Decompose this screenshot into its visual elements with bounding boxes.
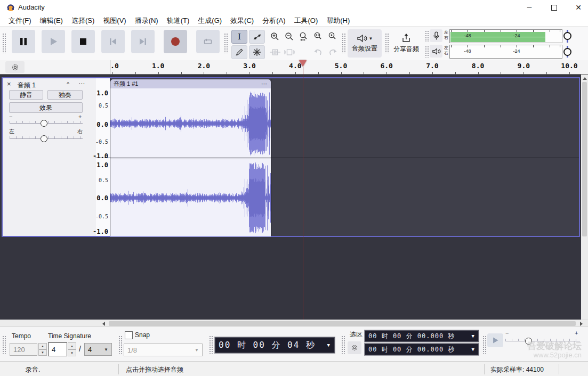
clip-menu-icon[interactable]: ⋯ <box>261 80 268 87</box>
setup-grip[interactable] <box>342 33 346 53</box>
menu-file[interactable]: 文件(F) <box>4 15 36 27</box>
record-meter[interactable]: -48 -24 <box>449 29 562 43</box>
speed-grip[interactable] <box>482 336 487 354</box>
track-close-icon[interactable]: × <box>7 80 11 88</box>
dropdown-arrow-icon: ▼ <box>472 333 475 339</box>
menu-select[interactable]: 选择(S) <box>67 15 99 27</box>
scroll-up-icon[interactable] <box>583 77 587 80</box>
mute-button[interactable]: 静音 <box>9 90 43 100</box>
transport-grip[interactable] <box>2 33 6 53</box>
track-area[interactable]: × 音频 1 ^ ⋯ 静音 独奏 效果 − + 左 右 <box>0 75 588 320</box>
redo-button[interactable] <box>326 45 340 59</box>
play-button[interactable] <box>42 30 65 53</box>
zoom-selection-button[interactable] <box>297 30 311 44</box>
solo-button[interactable]: 独奏 <box>47 90 83 100</box>
selection-start-display[interactable]: 00 时 00 分 00.000 秒 ▼ <box>365 330 479 342</box>
vscroll-thumb[interactable] <box>582 82 587 236</box>
undo-icon <box>313 48 323 56</box>
audio-setup-button[interactable]: ▼ 音频设置 <box>348 29 382 58</box>
snap-to-select[interactable]: 1/8 ▼ <box>124 344 203 356</box>
draw-tool-button[interactable] <box>231 45 247 59</box>
menu-edit[interactable]: 编辑(E) <box>36 15 67 27</box>
skip-to-start-button[interactable] <box>101 30 125 53</box>
share-audio-button[interactable]: 分享音频 <box>389 29 423 58</box>
share-grip[interactable] <box>385 33 389 53</box>
clip-header[interactable]: 音频 1 #1 ⋯ <box>110 79 271 88</box>
record-meter-grip[interactable] <box>425 30 429 42</box>
fit-project-button[interactable] <box>311 30 325 44</box>
maximize-icon <box>551 5 557 11</box>
hscroll-thumb[interactable] <box>109 321 576 326</box>
menu-analyze[interactable]: 分析(A) <box>258 15 289 27</box>
selection-options-button[interactable] <box>348 341 361 354</box>
timeline-options-button[interactable] <box>5 61 25 73</box>
silence-audio-button[interactable] <box>283 45 296 59</box>
record-button[interactable] <box>164 30 187 53</box>
time-sig-denominator-select[interactable]: 4 ▼ <box>84 343 112 356</box>
pan-slider-knob[interactable] <box>41 135 47 142</box>
maximize-button[interactable] <box>544 0 563 15</box>
horizontal-scrollbar[interactable] <box>0 320 588 326</box>
menu-tools[interactable]: 工具(O) <box>289 15 322 27</box>
pause-button[interactable] <box>12 30 35 53</box>
zoom-toggle-button[interactable] <box>326 30 340 44</box>
menu-view[interactable]: 视图(V) <box>99 15 130 27</box>
timeline-ruler[interactable]: 0.01.02.03.04.05.06.07.08.09.010.0 <box>110 60 588 75</box>
playback-volume-knob[interactable] <box>563 48 571 56</box>
snap-checkbox[interactable] <box>125 331 133 339</box>
ts-down-button[interactable]: ▼ <box>68 349 76 356</box>
tools-grip[interactable] <box>224 33 228 53</box>
minimize-button[interactable]: ─ <box>520 0 539 15</box>
playback-meter[interactable]: -48 -24 <box>449 45 562 59</box>
track-menu-icon[interactable]: ⋯ <box>78 80 85 87</box>
time-grip[interactable] <box>209 336 213 354</box>
playback-meter-speaker-button[interactable] <box>430 45 442 58</box>
redo-icon <box>328 48 337 56</box>
ruler-label: 8.0 <box>472 62 484 70</box>
play-at-speed-button[interactable] <box>487 333 503 347</box>
menu-generate[interactable]: 生成(G) <box>194 15 226 27</box>
stop-button[interactable] <box>71 30 95 53</box>
track-name[interactable]: 音频 1 <box>18 81 36 90</box>
skip-to-end-button[interactable] <box>131 30 155 53</box>
multi-tool-button[interactable] <box>249 45 265 59</box>
vertical-scale-ruler[interactable]: 1.00.50.0-0.5-1.01.00.50.0-0.5-1.0 <box>96 78 110 236</box>
watermark: 吾爱破解论坛 www.52pojie.cn <box>527 341 582 359</box>
snap-grip[interactable] <box>118 336 123 354</box>
zoom-in-button[interactable] <box>268 30 282 44</box>
audio-track[interactable]: × 音频 1 ^ ⋯ 静音 独奏 效果 − + 左 右 <box>2 77 580 237</box>
gain-slider-knob[interactable] <box>41 120 47 127</box>
tempo-down-button[interactable]: ▼ <box>38 349 47 356</box>
track-collapse-icon[interactable]: ^ <box>67 81 69 87</box>
envelope-tool-button[interactable] <box>249 30 265 44</box>
selection-grip[interactable] <box>341 336 345 354</box>
playhead-marker[interactable] <box>299 60 307 67</box>
record-meter-mic-button[interactable] <box>430 29 442 42</box>
undo-button[interactable] <box>311 45 325 59</box>
selection-tool-button[interactable]: I <box>231 30 247 44</box>
scroll-right-icon[interactable] <box>580 322 583 326</box>
selection-end-display[interactable]: 00 时 00 分 00.000 秒 ▼ <box>365 344 479 355</box>
snap-label: Snap <box>135 331 150 339</box>
waveform-region[interactable]: 音频 1 #1 ⋯ <box>110 78 579 236</box>
loop-button[interactable] <box>196 30 220 53</box>
zoom-out-button[interactable] <box>283 30 296 44</box>
menu-tracks[interactable]: 轨道(T) <box>163 15 194 27</box>
close-button[interactable]: ✕ <box>569 0 588 15</box>
vertical-scrollbar[interactable] <box>581 75 588 320</box>
menu-transport[interactable]: 播录(N) <box>131 15 163 27</box>
tempo-up-button[interactable]: ▲ <box>38 343 47 349</box>
record-volume-knob[interactable] <box>563 32 571 40</box>
tempo-input[interactable]: 120 <box>10 343 37 356</box>
audio-position-display[interactable]: 00 时 00 分 04 秒 ▼ <box>215 337 335 353</box>
playback-meter-grip[interactable] <box>425 46 429 58</box>
time-sig-grip[interactable] <box>2 336 6 354</box>
time-sig-numerator-input[interactable]: 4 <box>48 342 67 356</box>
speed-plus-label: + <box>575 330 578 336</box>
menu-effect[interactable]: 效果(C) <box>226 15 258 27</box>
ts-up-button[interactable]: ▲ <box>68 342 76 349</box>
menu-help[interactable]: 帮助(H) <box>322 15 354 27</box>
scroll-left-icon[interactable] <box>102 322 105 326</box>
trim-audio-button[interactable] <box>268 45 282 59</box>
effects-button[interactable]: 效果 <box>9 102 83 113</box>
